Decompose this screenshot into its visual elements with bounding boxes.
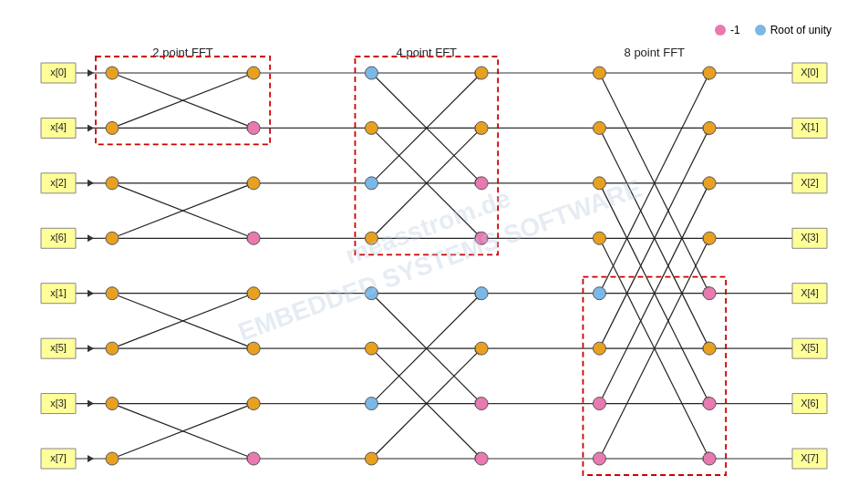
fft-diagram xyxy=(0,0,868,486)
